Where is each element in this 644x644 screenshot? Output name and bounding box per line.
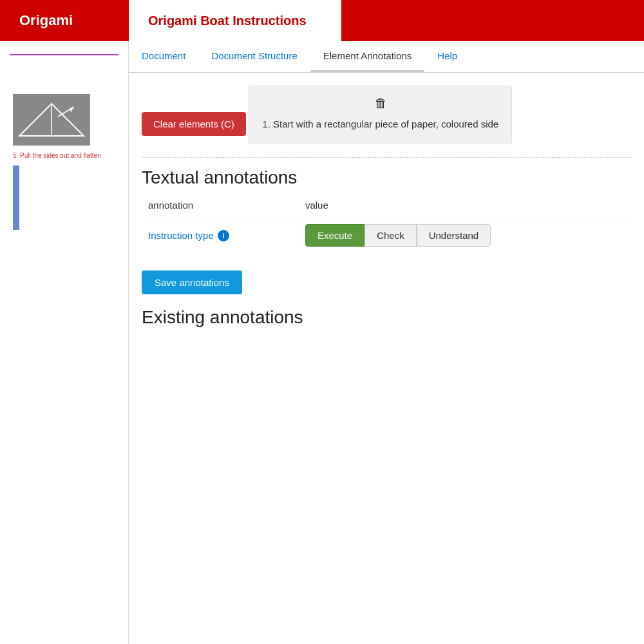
- annotations-table: annotation value Instruction type i: [142, 194, 631, 254]
- tab-document-structure[interactable]: Document Structure: [198, 41, 310, 72]
- btn-execute[interactable]: Execute: [305, 224, 365, 247]
- col-annotation: annotation: [142, 194, 299, 216]
- save-annotations-button[interactable]: Save annotations: [142, 270, 242, 294]
- sidebar-image-area: 5. Pull the sides out and flatten: [0, 41, 128, 243]
- trash-icon[interactable]: 🗑: [262, 96, 498, 111]
- tab-bar: Document Document Structure Element Anno…: [129, 41, 644, 73]
- instruction-type-buttons: Execute Check Understand: [305, 224, 625, 247]
- sidebar-thumbnail: [13, 94, 90, 146]
- content-area: Document Document Structure Element Anno…: [129, 41, 644, 644]
- element-card-text: 1. Start with a rectangular piece of pap…: [262, 118, 498, 129]
- page-title: Origami Boat Instructions: [129, 0, 341, 41]
- sidebar: 5. Pull the sides out and flatten: [0, 41, 129, 644]
- sidebar-color-block: [13, 166, 19, 230]
- annotation-label: Instruction type i: [148, 230, 292, 242]
- textual-annotations-heading: Textual annotations: [142, 157, 631, 194]
- top-bar: Origami Origami Boat Instructions: [0, 0, 644, 41]
- btn-check[interactable]: Check: [365, 224, 417, 247]
- main-layout: 5. Pull the sides out and flatten Docume…: [0, 41, 644, 644]
- btn-understand[interactable]: Understand: [417, 224, 491, 247]
- col-value: value: [299, 194, 631, 216]
- table-row: Instruction type i Execute Check Underst…: [142, 216, 631, 255]
- content-body: Clear elements (C) 🗑 1. Start with a rec…: [129, 73, 644, 344]
- sidebar-divider: [10, 54, 118, 55]
- app-logo: Origami: [0, 0, 129, 41]
- tab-document[interactable]: Document: [129, 41, 198, 72]
- clear-elements-button[interactable]: Clear elements (C): [142, 112, 246, 136]
- element-card: 🗑 1. Start with a rectangular piece of p…: [249, 86, 512, 144]
- existing-annotations-heading: Existing annotations: [142, 301, 631, 331]
- sidebar-caption: 5. Pull the sides out and flatten: [13, 152, 115, 159]
- instruction-type-label: Instruction type: [148, 230, 214, 241]
- tab-element-annotations[interactable]: Element Annotations: [310, 41, 425, 72]
- info-icon[interactable]: i: [218, 230, 229, 242]
- tab-help[interactable]: Help: [424, 41, 470, 72]
